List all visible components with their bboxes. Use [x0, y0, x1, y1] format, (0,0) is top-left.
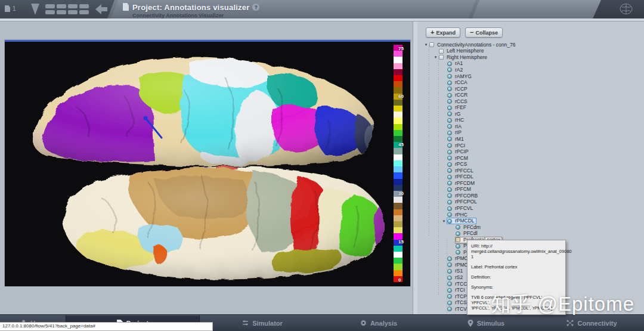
region-icon	[456, 244, 460, 249]
region-icon	[447, 301, 452, 305]
filter-funnel-icon[interactable]	[31, 4, 39, 15]
tooltip-label: Label: Prefrontal cortex	[471, 264, 562, 270]
tree-item-label: rPFCDL	[454, 174, 475, 180]
brain-3d-canvas[interactable]: 75604530150	[5, 40, 410, 286]
tooltip-uri: URI: http://	[471, 243, 562, 249]
tree-item-label: rCCR	[454, 92, 469, 98]
tree-item-ramyg[interactable]: rAMYG	[441, 73, 643, 80]
region-icon	[447, 175, 452, 180]
tree-item-rm1[interactable]: rM1	[441, 136, 643, 143]
tree-item-rccp[interactable]: rCCP	[441, 86, 643, 92]
collapse-button[interactable]: − Collapse	[465, 27, 503, 38]
tree-item-rhc[interactable]: rHC	[441, 117, 643, 124]
region-icon	[447, 206, 452, 211]
region-icon	[447, 67, 452, 72]
tree-item-pfcdl[interactable]: PFCdl	[450, 230, 643, 237]
tree-item-right-hemisphere[interactable]: ▾Right Hemisphere	[433, 54, 643, 61]
tree-item-rpfcvl[interactable]: rPFCVL	[441, 205, 643, 212]
tree-item-rpfcdl[interactable]: rPFCDL	[441, 174, 643, 180]
tree-item-rpfcpol[interactable]: rPFCPOL	[441, 199, 643, 206]
top-header-bar: 1 Project: Annotations visualizer? Conne…	[0, 0, 644, 18]
region-icon	[447, 86, 452, 91]
brain-logo-icon	[619, 3, 633, 18]
annotations-visualizer-app: 1 Project: Annotations visualizer? Conne…	[0, 0, 644, 331]
tree-item-ra2[interactable]: rA2	[441, 67, 643, 73]
tree-item-rpfcorb[interactable]: rPFCORB	[441, 193, 643, 199]
open-documents-chip[interactable]: 1	[5, 5, 16, 12]
tree-item-label: rAMYG	[454, 74, 473, 79]
tree-item-label: rS2	[454, 275, 464, 280]
tree-item-rcca[interactable]: rCCA	[441, 79, 643, 86]
tree-item-rpfcdm[interactable]: rPFCDM	[441, 180, 643, 187]
region-icon	[447, 74, 452, 79]
region-icon	[447, 150, 452, 154]
tree-item-rip[interactable]: rIP	[441, 130, 643, 137]
tree-item-rccr[interactable]: rCCR	[441, 92, 643, 98]
region-colorbar: 75604530150	[394, 45, 402, 282]
expand-button[interactable]: + Expand	[426, 27, 460, 38]
tree-item-rpcm[interactable]: rPCM	[441, 155, 643, 162]
tree-item-rpci[interactable]: rPCI	[441, 143, 643, 149]
tree-item-label: rPFCDM	[454, 181, 476, 186]
connectivity-icon	[566, 320, 574, 326]
tree-item-ria[interactable]: rIA	[441, 123, 643, 130]
region-icon	[447, 137, 452, 141]
region-icon	[447, 124, 452, 129]
tree-item-label: rPFCCL	[454, 168, 475, 174]
header-brand-segment	[593, 0, 644, 18]
tree-item-left-hemisphere[interactable]: Left Hemisphere	[433, 48, 643, 55]
header-right-segment	[472, 0, 601, 18]
tab-simulator[interactable]: Simulator	[200, 315, 325, 331]
region-icon	[447, 200, 452, 205]
tree-item-label: rA1	[454, 61, 464, 66]
tree-item-pfcdm[interactable]: PFCdm	[450, 224, 643, 231]
tree-item-label: rIA	[454, 124, 463, 129]
help-icon[interactable]: ?	[252, 4, 259, 11]
tree-item-label: rPCIP	[454, 149, 470, 154]
tree-item-rpfcm[interactable]: rPFCM	[441, 187, 643, 193]
document-icon	[5, 5, 10, 12]
page-title-block: Project: Annotations visualizer? Connect…	[123, 2, 259, 19]
tree-item-label: rM1	[454, 137, 465, 142]
tree-item-label: rG	[454, 112, 462, 117]
region-icon	[447, 81, 452, 85]
tree-item-rg[interactable]: rG	[441, 111, 643, 117]
region-icon	[447, 106, 452, 110]
pin-icon	[467, 320, 473, 327]
tree-item-label: rCCS	[454, 99, 469, 104]
region-icon	[447, 162, 452, 167]
tree-expand-arrow-icon[interactable]: ▾	[433, 55, 438, 60]
tree-expand-arrow-icon[interactable]: ▾	[441, 219, 447, 224]
tree-item-rpcs[interactable]: rPCS	[441, 161, 643, 168]
tree-item-rpmcdl[interactable]: ▾rPMCDL	[441, 218, 643, 224]
region-icon	[447, 168, 452, 173]
region-icon	[447, 61, 452, 66]
tree-item-label: rTCS	[454, 300, 468, 305]
document-count: 1	[13, 5, 16, 12]
tab-analysis[interactable]: Analysis	[325, 315, 432, 331]
tree-item-connectivityannotations-conn-76[interactable]: ▾ConnectivityAnnotations - conn_76	[423, 42, 643, 48]
tree-item-label: rTCI	[454, 287, 466, 293]
region-icon	[456, 250, 460, 255]
tree-item-rpfccl[interactable]: rPFCCL	[441, 168, 643, 174]
header-divider-strip	[0, 18, 644, 21]
tree-item-rpcip[interactable]: rPCIP	[441, 149, 643, 155]
status-url: 127.0.0.1:8080/flow/5/41?back_page=data#	[0, 322, 213, 331]
tree-item-rphc[interactable]: rPHC	[441, 212, 643, 218]
apps-grid-icon[interactable]	[45, 4, 89, 14]
region-icon	[456, 231, 460, 236]
tree-item-ra1[interactable]: rA1	[441, 61, 643, 67]
region-icon	[447, 212, 452, 217]
tree-item-rccs[interactable]: rCCS	[441, 98, 643, 105]
tree-item-rfef[interactable]: rFEF	[441, 104, 643, 111]
back-arrow-icon[interactable]	[95, 4, 107, 17]
tree-item-label: rPMCDL	[454, 218, 476, 224]
tree-item-label: rTCV	[454, 307, 468, 312]
tree-item-label: rCCP	[454, 86, 469, 92]
tree-item-label: rFEF	[454, 105, 467, 110]
tree-expand-arrow-icon[interactable]: ▾	[423, 42, 429, 47]
colorbar-tick: 45	[398, 142, 404, 147]
tree-item-label: rA2	[454, 67, 464, 73]
tree-item-label: rHC	[454, 117, 465, 123]
simulator-icon	[242, 320, 249, 326]
